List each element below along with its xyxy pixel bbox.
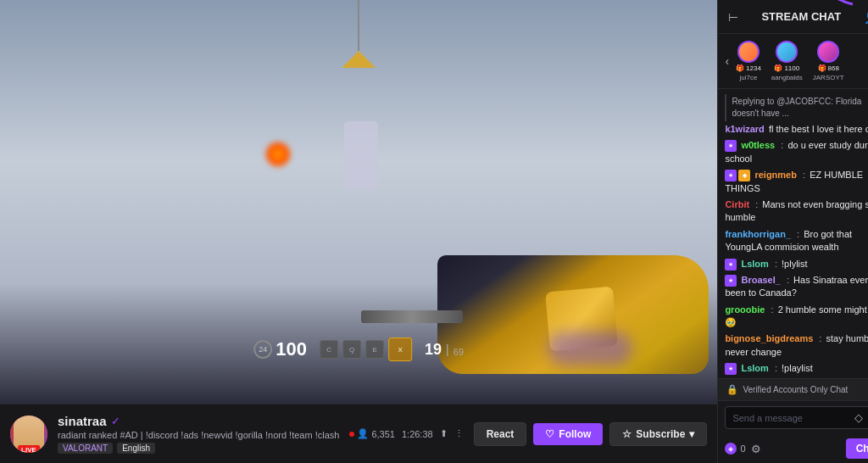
chat-messages: Replying to @JACOBFCC: Florida doesn't h… [718,89,868,378]
chat-text-6: !plylist [782,259,808,269]
featured-avatar-3 [817,41,839,63]
featured-name-1: jui7ce [739,74,757,81]
chat-username-8[interactable]: grooobie [725,304,765,315]
streamer-info: sinatraa ✓ radiant ranked #AD | !discord… [58,414,339,454]
gift-icon: 🎁 [736,64,744,72]
chat-bottom-bar: ◈ 0 ⚙ Chat [718,434,868,463]
ammo-display: 19 | 69 [425,341,464,359]
featured-avatar-2 [776,41,798,63]
ability-bar: C Q E X [320,337,412,361]
language-tag[interactable]: English [117,443,155,454]
ammo-current: 19 [425,341,442,359]
streamer-name-row: sinatraa ✓ [58,414,339,428]
featured-item-2[interactable]: 🎁 1100 aangbalds [768,39,806,83]
subscribe-button[interactable]: ☆ Subscribe ▾ [609,422,707,446]
streamer-avatar: LIVE [10,416,47,453]
featured-score-2: 🎁 1100 [774,64,799,72]
chat-settings-button[interactable]: ⚙ [751,443,761,455]
channel-points: ◈ 0 [725,443,745,455]
chat-input-row: ◇ ◎ [725,406,868,429]
featured-item-1[interactable]: 🎁 1234 jui7ce [732,39,765,83]
chat-message-7: ★ Broasel_ : Has Sinatraa ever been to C… [725,274,868,300]
points-icon: ◈ [725,443,737,455]
hud-bottom: 24 100 C Q E X 19 | 69 [253,337,464,361]
stream-description: radiant ranked #AD | !discord !ads !newv… [58,430,339,440]
featured-item-3[interactable]: 🎁 868 JARSOYT [810,39,848,83]
more-options-icon[interactable]: ⋮ [454,428,464,439]
chat-message-3: ★◆ reignmeb : EZ HUMBLE THINGS [725,169,868,195]
verified-icon: ✓ [111,415,120,427]
chat-message-6: ★ Lslom : !plylist [725,258,868,271]
purple-arrow-indicator [802,0,868,8]
chat-message-input[interactable] [732,413,849,423]
chat-username-4[interactable]: Cirbit [725,199,749,209]
streamer-name: sinatraa [58,414,107,428]
chat-message-8: grooobie : 2 humble some might say 🥹 [725,304,868,330]
live-dot [349,432,354,437]
chat-badges-6: ★ [725,259,737,271]
chat-text-10: !playlist [782,363,813,373]
health-value: 100 [275,338,307,360]
featured-prev-button[interactable]: ‹ [725,54,729,68]
emote-button[interactable]: ◇ [853,411,865,424]
ammo-reserve: 69 [453,347,464,357]
chat-badges-3: ★◆ [725,170,750,181]
chat-section: ⊢ STREAM CHAT 👤+ ‹ 🎁 [717,0,868,463]
chat-message-5: frankhorrigan_ : Bro got that YoungLA co… [725,228,868,254]
chat-title: STREAM CHAT [740,10,862,23]
subscribe-dropdown-icon: ▾ [689,428,694,440]
featured-name-2: aangbalds [771,74,803,81]
game-tag[interactable]: VALORANT [58,443,113,454]
chat-message-2: ★ w0tless : do u ever study during schoo… [725,139,868,165]
follow-button[interactable]: ♡ Follow [533,423,603,445]
add-user-button[interactable]: 👤+ [862,8,868,25]
header-icons: 👤+ [862,8,868,25]
verified-notice: 🔒 Verified Accounts Only Chat [718,378,868,400]
chat-message-1: Replying to @JACOBFCC: Florida doesn't h… [725,94,868,136]
chat-badges-2: ★ [725,140,737,152]
featured-name-3: JARSOYT [813,74,844,81]
points-value: 0 [740,443,745,454]
react-button[interactable]: React [474,422,527,446]
collapse-chat-button[interactable]: ⊢ [726,8,740,25]
lock-icon: 🔒 [726,384,738,395]
verified-notice-text: Verified Accounts Only Chat [743,385,848,394]
featured-avatar-1 [737,41,760,63]
chat-username-5[interactable]: frankhorrigan_ [725,229,791,239]
uptime: 1:26:38 [402,429,433,439]
featured-bar: ‹ 🎁 1234 jui7ce 🎁 1100 aangbalds [718,34,868,89]
viewer-count: 👤 6,351 [349,428,395,439]
chat-username-2[interactable]: w0tless [741,140,775,150]
chat-input-area: ◇ ◎ [718,400,868,434]
heart-icon: ♡ [545,428,554,440]
chat-username-3[interactable]: reignmeb [754,170,797,180]
chat-username-9[interactable]: bignose_bigdreams [725,333,813,343]
featured-score-1: 🎁 1234 [736,64,761,72]
chat-username-7[interactable]: Broasel_ [741,275,780,285]
gift-icon-2: 🎁 [774,64,782,72]
chat-text-1: fl the best I love it here ong [769,124,868,134]
chat-badges-10: ★ [725,363,737,375]
star-icon: ☆ [622,428,632,440]
featured-score-3: 🎁 868 [818,64,839,72]
chat-message-10: ★ Lslom : !playlist [725,362,868,375]
gift-icon-3: 🎁 [818,64,826,72]
health-display: 24 100 [253,338,307,360]
chat-message-4: Cirbit : Mans not even bragging so humbl… [725,198,868,225]
chat-username-1[interactable]: k1wizard [725,124,764,134]
viewer-number: 👤 6,351 [357,428,395,439]
chat-badges-7: ★ [725,275,737,287]
chat-header: ⊢ STREAM CHAT 👤+ [718,0,868,34]
share-icon[interactable]: ⬆ [440,428,448,439]
chat-username-6[interactable]: Lslom [741,259,768,269]
chat-reply-1: Replying to @JACOBFCC: Florida doesn't h… [725,94,868,121]
chat-send-button[interactable]: Chat [846,438,868,459]
health-circle-label: 24 [253,340,272,359]
chat-username-10[interactable]: Lslom [741,363,768,373]
live-badge: LIVE [18,445,40,453]
stream-info-bar: LIVE sinatraa ✓ radiant ranked #AD | !di… [0,404,717,463]
stream-tags: VALORANT English [58,443,339,454]
chat-message-9: bignose_bigdreams : stay humble, never c… [725,332,868,359]
viewers-info: 👤 6,351 1:26:38 ⬆ ⋮ [349,428,463,439]
stream-actions: React ♡ Follow ☆ Subscribe ▾ [474,422,708,446]
